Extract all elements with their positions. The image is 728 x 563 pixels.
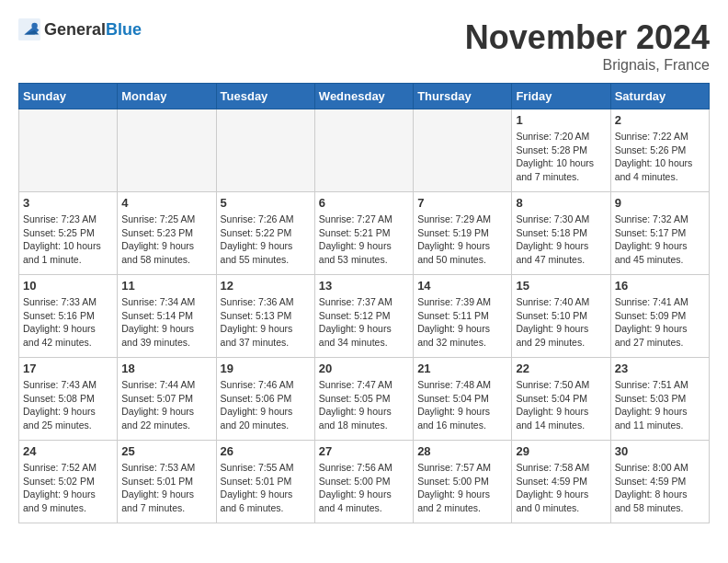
calendar-cell: 13Sunrise: 7:37 AM Sunset: 5:12 PM Dayli… xyxy=(314,275,413,358)
day-info: Sunrise: 7:34 AM Sunset: 5:14 PM Dayligh… xyxy=(121,295,211,350)
week-row-2: 3Sunrise: 7:23 AM Sunset: 5:25 PM Daylig… xyxy=(19,192,710,275)
day-info: Sunrise: 7:36 AM Sunset: 5:13 PM Dayligh… xyxy=(221,295,311,350)
day-number: 27 xyxy=(319,444,409,458)
weekday-header-friday: Friday xyxy=(512,84,610,109)
calendar-cell: 9Sunrise: 7:32 AM Sunset: 5:17 PM Daylig… xyxy=(610,192,709,275)
day-number: 8 xyxy=(516,196,606,210)
day-info: Sunrise: 7:48 AM Sunset: 5:04 PM Dayligh… xyxy=(417,378,507,432)
week-row-5: 24Sunrise: 7:52 AM Sunset: 5:02 PM Dayli… xyxy=(19,441,710,523)
weekday-header-thursday: Thursday xyxy=(414,84,512,109)
day-number: 28 xyxy=(417,444,507,458)
day-number: 22 xyxy=(516,362,606,375)
month-title: November 2024 xyxy=(465,18,710,57)
calendar-cell: 18Sunrise: 7:44 AM Sunset: 5:07 PM Dayli… xyxy=(118,358,216,441)
day-number: 18 xyxy=(121,362,211,375)
calendar-cell: 4Sunrise: 7:25 AM Sunset: 5:23 PM Daylig… xyxy=(118,192,216,275)
calendar-cell: 25Sunrise: 7:53 AM Sunset: 5:01 PM Dayli… xyxy=(118,441,216,523)
day-info: Sunrise: 7:57 AM Sunset: 5:00 PM Dayligh… xyxy=(417,461,507,515)
calendar-cell: 24Sunrise: 7:52 AM Sunset: 5:02 PM Dayli… xyxy=(19,441,118,523)
calendar-cell: 19Sunrise: 7:46 AM Sunset: 5:06 PM Dayli… xyxy=(216,358,314,441)
calendar-cell: 5Sunrise: 7:26 AM Sunset: 5:22 PM Daylig… xyxy=(216,192,314,275)
calendar-cell: 7Sunrise: 7:29 AM Sunset: 5:19 PM Daylig… xyxy=(414,192,512,275)
day-number: 7 xyxy=(417,196,507,210)
day-info: Sunrise: 8:00 AM Sunset: 4:59 PM Dayligh… xyxy=(615,461,705,515)
week-row-3: 10Sunrise: 7:33 AM Sunset: 5:16 PM Dayli… xyxy=(19,275,710,358)
day-info: Sunrise: 7:29 AM Sunset: 5:19 PM Dayligh… xyxy=(417,213,507,267)
day-info: Sunrise: 7:26 AM Sunset: 5:22 PM Dayligh… xyxy=(221,213,311,267)
calendar-cell xyxy=(314,109,413,192)
day-info: Sunrise: 7:43 AM Sunset: 5:08 PM Dayligh… xyxy=(23,378,113,432)
calendar-cell: 11Sunrise: 7:34 AM Sunset: 5:14 PM Dayli… xyxy=(118,275,216,358)
week-row-1: 1Sunrise: 7:20 AM Sunset: 5:28 PM Daylig… xyxy=(19,109,710,192)
day-info: Sunrise: 7:46 AM Sunset: 5:06 PM Dayligh… xyxy=(221,378,311,432)
calendar-cell: 21Sunrise: 7:48 AM Sunset: 5:04 PM Dayli… xyxy=(414,358,512,441)
calendar-cell: 20Sunrise: 7:47 AM Sunset: 5:05 PM Dayli… xyxy=(314,358,413,441)
day-number: 9 xyxy=(615,196,705,210)
day-number: 19 xyxy=(221,362,311,375)
day-info: Sunrise: 7:58 AM Sunset: 4:59 PM Dayligh… xyxy=(516,461,606,515)
logo-general: General xyxy=(44,20,106,39)
day-info: Sunrise: 7:51 AM Sunset: 5:03 PM Dayligh… xyxy=(615,378,705,432)
logo: GeneralBlue xyxy=(18,18,142,40)
day-number: 16 xyxy=(615,279,705,293)
logo-text: GeneralBlue xyxy=(44,20,142,40)
day-number: 14 xyxy=(417,279,507,293)
svg-point-3 xyxy=(31,23,37,29)
day-info: Sunrise: 7:47 AM Sunset: 5:05 PM Dayligh… xyxy=(319,378,409,432)
day-number: 17 xyxy=(23,362,113,375)
day-number: 26 xyxy=(221,444,311,458)
calendar-cell: 3Sunrise: 7:23 AM Sunset: 5:25 PM Daylig… xyxy=(19,192,118,275)
calendar-cell: 12Sunrise: 7:36 AM Sunset: 5:13 PM Dayli… xyxy=(216,275,314,358)
calendar-cell: 29Sunrise: 7:58 AM Sunset: 4:59 PM Dayli… xyxy=(512,441,610,523)
day-number: 5 xyxy=(221,196,311,210)
calendar-cell xyxy=(19,109,118,192)
day-info: Sunrise: 7:23 AM Sunset: 5:25 PM Dayligh… xyxy=(23,213,113,267)
logo-icon xyxy=(18,18,40,40)
day-number: 11 xyxy=(121,279,211,293)
day-number: 23 xyxy=(615,362,705,375)
calendar-cell: 22Sunrise: 7:50 AM Sunset: 5:04 PM Dayli… xyxy=(512,358,610,441)
calendar-table: SundayMondayTuesdayWednesdayThursdayFrid… xyxy=(18,83,710,523)
day-info: Sunrise: 7:20 AM Sunset: 5:28 PM Dayligh… xyxy=(516,130,606,184)
weekday-header-tuesday: Tuesday xyxy=(216,84,314,109)
weekday-header-wednesday: Wednesday xyxy=(314,84,413,109)
day-number: 20 xyxy=(319,362,409,375)
day-info: Sunrise: 7:22 AM Sunset: 5:26 PM Dayligh… xyxy=(615,130,705,184)
calendar-cell: 28Sunrise: 7:57 AM Sunset: 5:00 PM Dayli… xyxy=(414,441,512,523)
day-number: 3 xyxy=(23,196,113,210)
weekday-header-row: SundayMondayTuesdayWednesdayThursdayFrid… xyxy=(19,84,710,109)
calendar-cell: 23Sunrise: 7:51 AM Sunset: 5:03 PM Dayli… xyxy=(610,358,709,441)
calendar-cell xyxy=(118,109,216,192)
day-number: 21 xyxy=(417,362,507,375)
day-number: 12 xyxy=(221,279,311,293)
day-info: Sunrise: 7:50 AM Sunset: 5:04 PM Dayligh… xyxy=(516,378,606,432)
title-section: November 2024 Brignais, France xyxy=(465,18,710,74)
day-info: Sunrise: 7:25 AM Sunset: 5:23 PM Dayligh… xyxy=(121,213,211,267)
day-info: Sunrise: 7:55 AM Sunset: 5:01 PM Dayligh… xyxy=(221,461,311,515)
weekday-header-sunday: Sunday xyxy=(19,84,118,109)
day-info: Sunrise: 7:41 AM Sunset: 5:09 PM Dayligh… xyxy=(615,295,705,350)
day-number: 10 xyxy=(23,279,113,293)
calendar-cell: 1Sunrise: 7:20 AM Sunset: 5:28 PM Daylig… xyxy=(512,109,610,192)
day-info: Sunrise: 7:53 AM Sunset: 5:01 PM Dayligh… xyxy=(121,461,211,515)
day-info: Sunrise: 7:40 AM Sunset: 5:10 PM Dayligh… xyxy=(516,295,606,350)
day-info: Sunrise: 7:32 AM Sunset: 5:17 PM Dayligh… xyxy=(615,213,705,267)
day-number: 13 xyxy=(319,279,409,293)
day-number: 6 xyxy=(319,196,409,210)
day-number: 25 xyxy=(121,444,211,458)
calendar-cell: 17Sunrise: 7:43 AM Sunset: 5:08 PM Dayli… xyxy=(19,358,118,441)
day-number: 1 xyxy=(516,113,606,127)
day-number: 24 xyxy=(23,444,113,458)
weekday-header-saturday: Saturday xyxy=(610,84,709,109)
calendar-cell: 14Sunrise: 7:39 AM Sunset: 5:11 PM Dayli… xyxy=(414,275,512,358)
calendar-cell: 16Sunrise: 7:41 AM Sunset: 5:09 PM Dayli… xyxy=(610,275,709,358)
day-info: Sunrise: 7:44 AM Sunset: 5:07 PM Dayligh… xyxy=(121,378,211,432)
day-number: 4 xyxy=(121,196,211,210)
day-number: 30 xyxy=(615,444,705,458)
week-row-4: 17Sunrise: 7:43 AM Sunset: 5:08 PM Dayli… xyxy=(19,358,710,441)
location: Brignais, France xyxy=(465,57,710,74)
day-number: 15 xyxy=(516,279,606,293)
day-number: 2 xyxy=(615,113,705,127)
day-number: 29 xyxy=(516,444,606,458)
page-header: GeneralBlue November 2024 Brignais, Fran… xyxy=(18,18,710,74)
